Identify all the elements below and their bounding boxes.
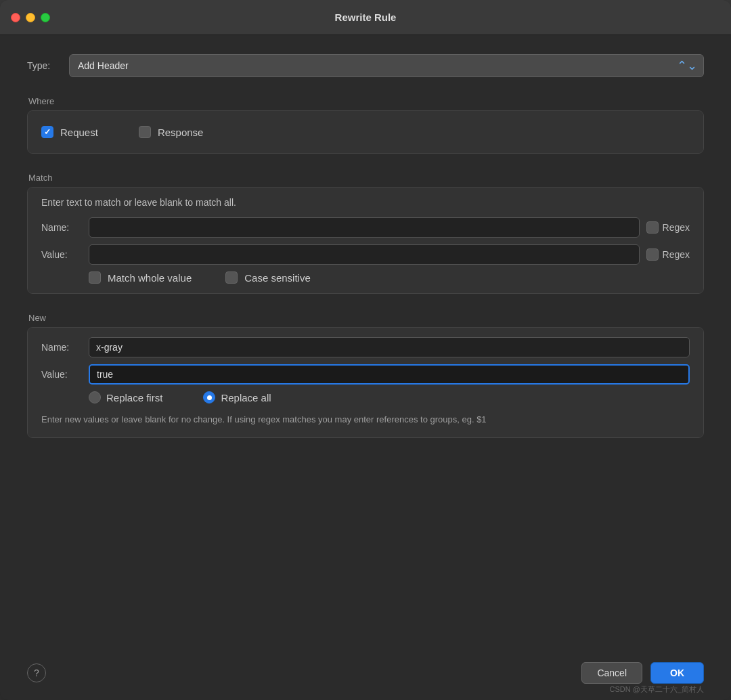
new-panel: Name: Value: Replace first (27, 327, 704, 438)
match-value-regex-checkbox[interactable] (646, 248, 659, 261)
footer-buttons: Cancel OK (581, 662, 704, 684)
new-value-input[interactable] (89, 364, 690, 385)
new-section-title: New (28, 307, 704, 327)
where-section-title: Where (28, 91, 704, 110)
match-hint: Enter text to match or leave blank to ma… (41, 197, 690, 208)
request-checkbox-item[interactable]: Request (41, 126, 98, 138)
new-panel-content: Name: Value: Replace first (28, 328, 703, 437)
watermark-text: CSDN @天草二十六_简村人 (609, 684, 704, 695)
replace-radio-row: Replace first Replace all (41, 391, 690, 403)
titlebar: Rewrite Rule (0, 0, 731, 35)
new-name-input[interactable] (89, 337, 690, 357)
match-value-input[interactable] (89, 244, 640, 265)
match-name-input[interactable] (89, 217, 640, 238)
new-value-row: Value: (41, 364, 690, 385)
type-select-wrapper: Add Header Modify Header Remove Header A… (69, 54, 704, 77)
match-name-row: Name: Regex (41, 217, 690, 238)
request-label: Request (60, 127, 98, 138)
new-name-label: Name: (41, 342, 82, 353)
match-name-regex-checkbox[interactable] (646, 221, 659, 234)
replace-first-label: Replace first (106, 392, 162, 403)
replace-all-radio[interactable] (203, 391, 215, 403)
case-sensitive-checkbox[interactable] (225, 271, 238, 284)
where-panel: Request Response (27, 110, 704, 154)
traffic-lights (11, 13, 50, 22)
maximize-button[interactable] (41, 13, 50, 22)
match-whole-value-checkbox[interactable] (89, 271, 101, 284)
match-section-title: Match (28, 167, 704, 187)
replace-first-item[interactable]: Replace first (89, 391, 162, 403)
match-panel-content: Enter text to match or leave blank to ma… (28, 188, 703, 293)
type-select[interactable]: Add Header Modify Header Remove Header A… (69, 54, 704, 77)
replace-all-label: Replace all (221, 392, 271, 403)
match-value-regex-item[interactable]: Regex (646, 248, 690, 261)
where-section: Where Request Response (27, 91, 704, 154)
match-value-regex-label: Regex (663, 249, 690, 260)
where-row: Request Response (41, 121, 690, 144)
response-label: Response (158, 127, 204, 138)
match-value-row: Value: Regex (41, 244, 690, 265)
window-title: Rewrite Rule (335, 12, 397, 23)
case-sensitive-item[interactable]: Case sensitive (225, 271, 311, 284)
rewrite-rule-window: Rewrite Rule Type: Add Header Modify Hea… (0, 0, 731, 700)
match-name-regex-item[interactable]: Regex (646, 221, 690, 234)
match-name-regex-label: Regex (663, 222, 690, 233)
where-panel-content: Request Response (28, 111, 703, 153)
response-checkbox-item[interactable]: Response (139, 126, 204, 138)
new-value-label: Value: (41, 369, 82, 380)
case-sensitive-label: Case sensitive (244, 272, 311, 284)
response-checkbox[interactable] (139, 126, 151, 138)
new-section: New Name: Value: (27, 307, 704, 438)
match-section: Match Enter text to match or leave blank… (27, 167, 704, 294)
minimize-button[interactable] (26, 13, 35, 22)
type-label: Type: (27, 60, 60, 71)
match-name-label: Name: (41, 222, 82, 233)
cancel-button[interactable]: Cancel (581, 662, 642, 684)
replace-all-item[interactable]: Replace all (203, 391, 271, 403)
match-value-label: Value: (41, 249, 82, 260)
new-name-row: Name: (41, 337, 690, 357)
help-button[interactable]: ? (27, 663, 46, 682)
dialog-content: Type: Add Header Modify Header Remove He… (0, 35, 731, 649)
match-panel: Enter text to match or leave blank to ma… (27, 187, 704, 294)
match-whole-value-item[interactable]: Match whole value (89, 271, 192, 284)
type-row: Type: Add Header Modify Header Remove He… (27, 54, 704, 77)
replace-first-radio[interactable] (89, 391, 101, 403)
close-button[interactable] (11, 13, 20, 22)
new-hint-text: Enter new values or leave blank for no c… (41, 413, 690, 426)
request-checkbox[interactable] (41, 126, 53, 138)
match-whole-value-label: Match whole value (108, 272, 192, 284)
match-options-row: Match whole value Case sensitive (41, 271, 690, 284)
ok-button[interactable]: OK (650, 662, 704, 684)
